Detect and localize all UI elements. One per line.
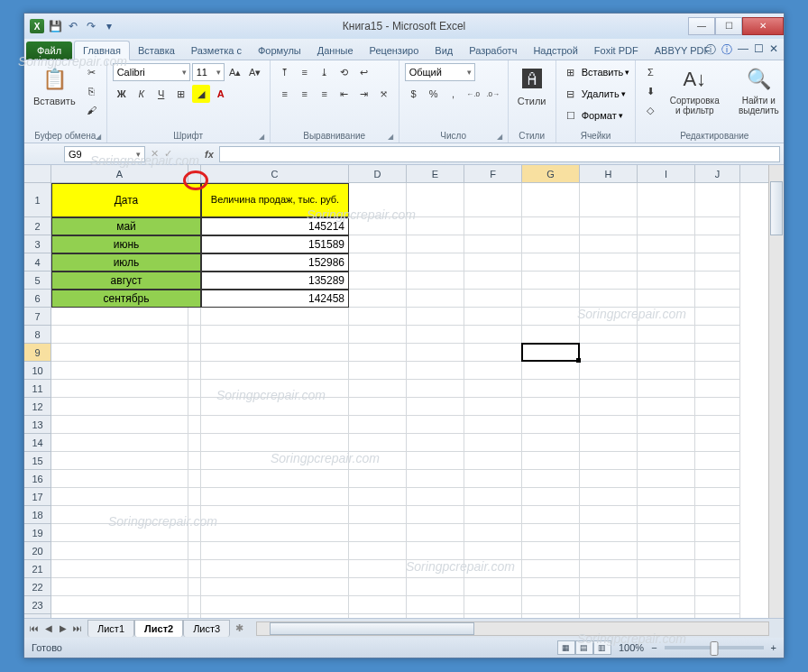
col-header-H[interactable]: H bbox=[580, 165, 638, 182]
cell[interactable] bbox=[188, 578, 201, 596]
cell[interactable] bbox=[407, 253, 464, 272]
cell[interactable] bbox=[349, 290, 407, 308]
cell[interactable] bbox=[522, 470, 580, 488]
zoom-out-button[interactable]: − bbox=[651, 642, 656, 653]
cell[interactable] bbox=[464, 596, 522, 614]
cell[interactable] bbox=[638, 506, 695, 524]
cell[interactable] bbox=[201, 578, 349, 596]
cell[interactable] bbox=[522, 326, 580, 344]
cell[interactable] bbox=[522, 253, 580, 272]
cell[interactable] bbox=[695, 344, 740, 362]
cell[interactable] bbox=[464, 506, 522, 524]
zoom-slider[interactable] bbox=[665, 646, 764, 649]
cell[interactable] bbox=[51, 614, 188, 618]
cell[interactable] bbox=[464, 488, 522, 506]
cell[interactable] bbox=[580, 596, 638, 614]
cell[interactable] bbox=[407, 398, 464, 416]
undo-icon[interactable]: ↶ bbox=[66, 19, 80, 33]
cell[interactable] bbox=[201, 524, 349, 542]
cell[interactable] bbox=[349, 434, 407, 452]
percent-button[interactable]: % bbox=[425, 85, 443, 103]
cell[interactable] bbox=[464, 470, 522, 488]
cell[interactable] bbox=[407, 362, 464, 380]
cell[interactable] bbox=[464, 362, 522, 380]
row-header-8[interactable]: 8 bbox=[24, 326, 50, 344]
ribbon-minimize-icon[interactable]: ⓘ bbox=[705, 42, 716, 58]
clear-button[interactable]: ◇ bbox=[641, 101, 659, 119]
cell[interactable] bbox=[522, 434, 580, 452]
wrap-text-button[interactable]: ↩ bbox=[355, 63, 373, 81]
cell[interactable] bbox=[638, 253, 695, 272]
cell[interactable] bbox=[349, 578, 407, 596]
cell[interactable]: Величина продаж, тыс. руб. bbox=[201, 183, 349, 217]
cell[interactable] bbox=[695, 488, 740, 506]
cell[interactable] bbox=[349, 542, 407, 560]
cell[interactable] bbox=[188, 470, 201, 488]
cell[interactable] bbox=[201, 416, 349, 434]
tab-layout[interactable]: Разметка с bbox=[183, 41, 250, 60]
cell[interactable] bbox=[695, 235, 740, 253]
cell[interactable] bbox=[522, 362, 580, 380]
cell[interactable]: август bbox=[51, 272, 201, 290]
cell[interactable]: 151589 bbox=[201, 235, 349, 253]
cell[interactable] bbox=[638, 308, 695, 326]
col-header-F[interactable]: F bbox=[464, 165, 522, 182]
cell[interactable] bbox=[188, 488, 201, 506]
maximize-button[interactable]: ☐ bbox=[715, 17, 742, 35]
shrink-font-button[interactable]: A▾ bbox=[246, 63, 264, 81]
cell[interactable] bbox=[695, 470, 740, 488]
cell[interactable] bbox=[51, 362, 188, 380]
cell[interactable] bbox=[349, 596, 407, 614]
cell[interactable] bbox=[407, 506, 464, 524]
cell[interactable] bbox=[522, 578, 580, 596]
cell[interactable] bbox=[407, 416, 464, 434]
cell[interactable] bbox=[580, 380, 638, 398]
paste-button[interactable]: 📋 Вставить bbox=[30, 63, 79, 108]
number-format-combo[interactable]: Общий bbox=[405, 63, 475, 81]
delete-cells-button[interactable]: Удалить bbox=[582, 88, 620, 99]
grow-font-button[interactable]: A▴ bbox=[226, 63, 244, 81]
cell[interactable] bbox=[580, 253, 638, 272]
cell[interactable] bbox=[407, 452, 464, 470]
cell[interactable] bbox=[51, 380, 188, 398]
cell[interactable] bbox=[638, 596, 695, 614]
cell[interactable] bbox=[580, 542, 638, 560]
column-headers[interactable]: ACDEFGHIJ bbox=[51, 165, 784, 183]
tab-formulas[interactable]: Формулы bbox=[250, 41, 309, 60]
cell[interactable] bbox=[695, 362, 740, 380]
cell[interactable] bbox=[407, 434, 464, 452]
cell[interactable] bbox=[51, 542, 188, 560]
cell[interactable] bbox=[349, 362, 407, 380]
cell[interactable] bbox=[580, 578, 638, 596]
help-icon[interactable]: ⓘ bbox=[721, 42, 732, 58]
cell[interactable] bbox=[522, 416, 580, 434]
row-header-15[interactable]: 15 bbox=[24, 452, 50, 470]
cell[interactable] bbox=[349, 560, 407, 578]
cell[interactable] bbox=[464, 434, 522, 452]
tab-foxit[interactable]: Foxit PDF bbox=[586, 41, 647, 60]
cell[interactable] bbox=[464, 578, 522, 596]
cell[interactable] bbox=[638, 344, 695, 362]
font-dialog-icon[interactable]: ◢ bbox=[259, 133, 264, 141]
cell[interactable] bbox=[188, 308, 201, 326]
cell[interactable] bbox=[695, 542, 740, 560]
bold-button[interactable]: Ж bbox=[113, 85, 131, 103]
merge-button[interactable]: ⤧ bbox=[375, 85, 393, 103]
align-right-button[interactable]: ≡ bbox=[316, 85, 334, 103]
cell[interactable] bbox=[51, 326, 188, 344]
tab-home[interactable]: Главная bbox=[74, 41, 130, 60]
row-header-14[interactable]: 14 bbox=[24, 434, 50, 452]
cell[interactable] bbox=[188, 362, 201, 380]
row-header-17[interactable]: 17 bbox=[24, 488, 50, 506]
find-select-button[interactable]: 🔍 Найти и выделить bbox=[730, 63, 787, 117]
align-middle-button[interactable]: ≡ bbox=[296, 63, 314, 81]
cell[interactable] bbox=[349, 524, 407, 542]
cell[interactable] bbox=[638, 542, 695, 560]
cell[interactable] bbox=[638, 452, 695, 470]
enter-formula-icon[interactable]: ✓ bbox=[164, 148, 172, 160]
cell[interactable] bbox=[522, 235, 580, 253]
row-header-2[interactable]: 2 bbox=[24, 217, 50, 235]
cell[interactable] bbox=[522, 452, 580, 470]
cell[interactable] bbox=[464, 416, 522, 434]
copy-button[interactable]: ⎘ bbox=[83, 82, 101, 100]
